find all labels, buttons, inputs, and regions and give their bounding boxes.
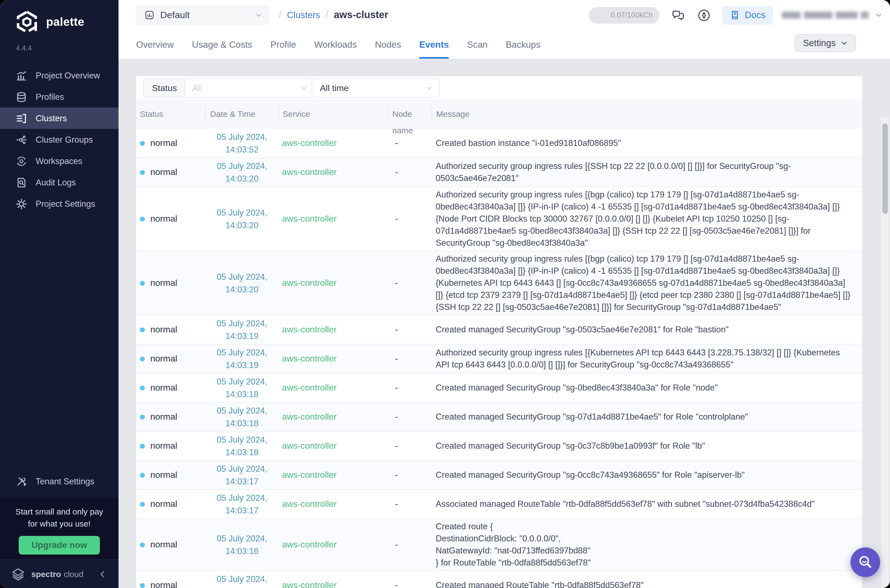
table-row: normal 05 July 2024, 14:03:18 aws-contro… [136, 374, 862, 403]
status-value: normal [150, 138, 177, 148]
docs-label: Docs [745, 10, 765, 20]
upgrade-now-button[interactable]: Upgrade now [19, 536, 100, 555]
brand-cloud: cloud [64, 569, 83, 579]
status-value: normal [150, 499, 177, 509]
breadcrumb-clusters-link[interactable]: Clusters [287, 10, 320, 20]
sidebar-item-clusters[interactable]: Clusters [0, 108, 119, 129]
date-time-cell: 05 July 2024, 14:03:18 [205, 434, 279, 459]
project-settings-icon [15, 198, 27, 210]
message-cell: Created managed SecurityGroup "sg-07d1a4… [431, 411, 862, 423]
column-header-message: Message [431, 106, 862, 122]
status-dot-icon [140, 542, 145, 547]
service-cell: aws-controller [279, 138, 388, 148]
message-cell: Authorized security group ingress rules … [431, 160, 862, 184]
message-cell: Authorized security group ingress rules … [431, 253, 862, 313]
message-cell: Associated managed RouteTable "rtb-0dfa8… [431, 498, 862, 510]
filters-bar: Status All time [136, 76, 862, 99]
table-row: normal 05 July 2024, 14:03:16 aws-contro… [136, 571, 862, 588]
service-cell: aws-controller [279, 325, 388, 334]
status-dot-icon [140, 170, 145, 175]
tab-workloads[interactable]: Workloads [314, 30, 357, 59]
tab-backups[interactable]: Backups [506, 30, 540, 59]
status-filter-label: Status [143, 78, 186, 98]
service-cell: aws-controller [279, 470, 388, 480]
sidebar-item-cluster-groups[interactable]: Cluster Groups [0, 129, 119, 150]
node-name-cell: - [388, 278, 431, 288]
status-dot-icon [140, 583, 145, 588]
upsell-panel: Start small and only pay for what you us… [0, 498, 119, 560]
service-cell: aws-controller [279, 278, 388, 288]
status-filter[interactable]: Status [143, 78, 315, 98]
content-background: Status All time [119, 59, 890, 588]
table-row: normal 05 July 2024, 14:03:52 aws-contro… [136, 129, 862, 158]
node-name-cell: - [388, 354, 431, 364]
main-area: Default / Clusters / aws-cluster 0.07/10… [119, 0, 890, 588]
palette-logo-icon [15, 10, 39, 34]
table-row: normal 05 July 2024, 14:03:19 aws-contro… [136, 345, 862, 374]
tab-list: OverviewUsage & CostsProfileWorkloadsNod… [136, 30, 540, 59]
status-value: normal [150, 167, 177, 177]
tab-overview[interactable]: Overview [136, 30, 174, 59]
chevron-down-icon [840, 39, 848, 46]
sidebar-item-workspaces[interactable]: Workspaces [0, 150, 119, 172]
chevron-down-icon [875, 12, 882, 19]
project-selector[interactable]: Default [135, 5, 270, 25]
date-time-cell: 05 July 2024, 14:03:20 [205, 206, 279, 231]
compass-icon[interactable] [697, 8, 711, 22]
app-window: palette 4.4.4 Project Overview Profiles … [0, 0, 890, 588]
tab-nodes[interactable]: Nodes [375, 30, 401, 59]
service-cell: aws-controller [279, 580, 388, 588]
sidebar-item-profiles[interactable]: Profiles [0, 86, 119, 108]
table-row: normal 05 July 2024, 14:03:17 aws-contro… [136, 461, 862, 490]
status-value: normal [150, 580, 177, 588]
tab-scan[interactable]: Scan [467, 30, 488, 59]
scrollbar-thumb[interactable] [882, 123, 888, 214]
message-cell: Created managed RouteTable "rtb-0dfa88f5… [431, 579, 862, 588]
date-time-cell: 05 July 2024, 14:03:20 [205, 270, 279, 296]
time-range-value: All time [320, 83, 349, 93]
scrollbar-track [881, 117, 889, 588]
tab-usage-costs[interactable]: Usage & Costs [192, 30, 252, 59]
audit-logs-icon [15, 176, 27, 188]
spectro-cloud-logo-icon [11, 567, 25, 581]
table-row: normal 05 July 2024, 14:03:20 aws-contro… [136, 187, 862, 251]
status-value: normal [150, 325, 177, 334]
sidebar-item-audit-logs[interactable]: Audit Logs [0, 172, 119, 193]
support-search-fab[interactable] [851, 548, 880, 577]
table-row: normal 05 July 2024, 14:03:16 aws-contro… [136, 519, 862, 571]
table-header: Status Date & Time Service Node name Mes… [136, 99, 862, 129]
service-cell: aws-controller [279, 354, 388, 364]
sidebar: palette 4.4.4 Project Overview Profiles … [0, 0, 119, 588]
service-cell: aws-controller [279, 499, 388, 509]
tab-profile[interactable]: Profile [270, 30, 296, 59]
settings-button[interactable]: Settings [795, 34, 856, 52]
sidebar-item-project-overview[interactable]: Project Overview [0, 65, 119, 86]
sidebar-item-project-settings[interactable]: Project Settings [0, 193, 119, 214]
message-cell: Created managed SecurityGroup "sg-0503c5… [431, 324, 862, 336]
breadcrumb: / Clusters / aws-cluster [279, 9, 388, 21]
table-row: normal 05 July 2024, 14:03:20 aws-contro… [136, 158, 862, 187]
chevron-down-icon [426, 84, 433, 92]
message-cell: Created managed SecurityGroup "sg-0c37c8… [431, 440, 862, 452]
status-dot-icon [140, 327, 145, 332]
sidebar-collapse-icon[interactable] [99, 570, 107, 578]
time-range-select[interactable]: All time [312, 78, 440, 98]
date-time-cell: 05 July 2024, 14:03:19 [205, 317, 279, 342]
chat-icon[interactable] [671, 8, 686, 22]
message-cell: Authorized security group ingress rules … [431, 189, 862, 249]
tab-events[interactable]: Events [419, 30, 449, 59]
docs-button[interactable]: Docs [722, 6, 773, 24]
node-name-cell: - [388, 470, 431, 480]
status-dot-icon [140, 444, 145, 448]
cluster-groups-icon [15, 134, 27, 146]
user-menu[interactable] [782, 12, 882, 19]
tenant-settings-icon [15, 476, 27, 488]
date-time-cell: 05 July 2024, 14:03:18 [205, 404, 279, 429]
status-value: normal [150, 412, 177, 422]
project-chart-icon [144, 10, 155, 20]
sidebar-item-tenant-settings[interactable]: Tenant Settings [0, 471, 119, 492]
status-filter-input[interactable] [192, 83, 285, 93]
logo-text: palette [46, 15, 84, 28]
date-time-cell: 05 July 2024, 14:03:17 [205, 462, 279, 488]
table-row: normal 05 July 2024, 14:03:19 aws-contro… [136, 315, 862, 345]
